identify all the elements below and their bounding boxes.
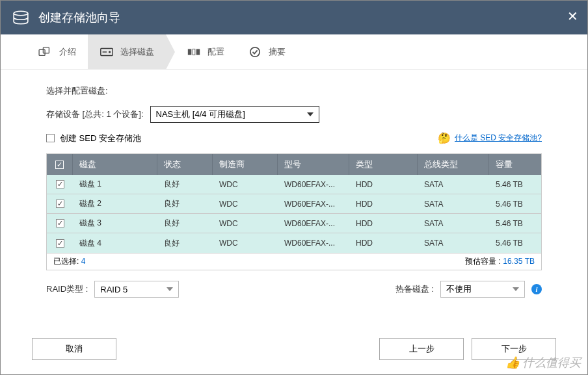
step-label: 选择磁盘 (120, 46, 154, 58)
header-manufacturer[interactable]: 制造商 (213, 154, 278, 175)
svg-rect-1 (39, 49, 45, 55)
storage-device-label: 存储设备 [总共: 1 个设备]: (46, 109, 144, 120)
dialog-footer: 取消 上一步 下一步 (1, 338, 587, 360)
cell-bus: SATA (418, 233, 489, 253)
section-label: 选择并配置磁盘: (46, 85, 542, 97)
header-status[interactable]: 状态 (157, 154, 213, 175)
sed-link-text[interactable]: 什么是 SED 安全存储池? (455, 133, 542, 144)
cell-disk: 磁盘 2 (73, 194, 157, 213)
cell-capacity: 5.46 TB (489, 175, 541, 194)
hot-spare-group: 热备磁盘 : 不使用 i (395, 281, 542, 298)
svg-point-9 (250, 47, 260, 56)
cell-bus: SATA (418, 194, 489, 213)
prev-button[interactable]: 上一步 (379, 338, 464, 360)
table-row[interactable]: 磁盘 4良好WDCWD60EFAX-...HDDSATA5.46 TB (47, 233, 541, 253)
sed-checkbox[interactable] (46, 134, 55, 142)
header-type[interactable]: 类型 (349, 154, 418, 175)
table-header: 磁盘 状态 制造商 型号 类型 总线类型 容量 (47, 154, 541, 175)
next-button[interactable]: 下一步 (472, 338, 556, 360)
disk-table: 磁盘 状态 制造商 型号 类型 总线类型 容量 磁盘 1良好WDCWD60EFA… (46, 153, 542, 253)
cell-bus: SATA (418, 214, 489, 233)
row-checkbox-cell[interactable] (47, 214, 73, 233)
sed-checkbox-row[interactable]: 创建 SED 安全存储池 (46, 133, 141, 144)
table-row[interactable]: 磁盘 1良好WDCWD60EFAX-...HDDSATA5.46 TB (47, 175, 541, 194)
sed-help-link[interactable]: 🤔 什么是 SED 安全存储池? (438, 132, 542, 144)
step-summary[interactable]: 摘要 (236, 34, 297, 70)
raid-type-group: RAID类型 : RAID 5 (46, 281, 179, 298)
info-icon[interactable]: i (531, 284, 542, 294)
raid-type-select[interactable]: RAID 5 (94, 281, 179, 298)
cell-model: WD60EFAX-... (278, 175, 349, 194)
cell-type: HDD (349, 233, 418, 253)
chevron-down-icon (167, 287, 173, 291)
cancel-button[interactable]: 取消 (32, 338, 116, 360)
row-checkbox-cell[interactable] (47, 194, 73, 213)
header-model[interactable]: 型号 (278, 154, 349, 175)
check-circle-icon (248, 46, 262, 58)
cell-status: 良好 (157, 233, 213, 253)
header-checkbox[interactable] (55, 161, 64, 169)
row-checkbox-cell[interactable] (47, 233, 73, 253)
wizard-stepper: 介绍 选择磁盘 配置 摘要 (1, 34, 587, 70)
content-area: 选择并配置磁盘: 存储设备 [总共: 1 个设备]: NAS主机 [4/4 可用… (1, 70, 587, 298)
svg-rect-2 (43, 47, 49, 53)
step-label: 摘要 (269, 46, 286, 58)
row-checkbox[interactable] (56, 219, 64, 227)
cell-status: 良好 (157, 175, 213, 194)
step-label: 介绍 (59, 46, 76, 58)
cell-manufacturer: WDC (213, 194, 278, 213)
hot-spare-select[interactable]: 不使用 (440, 281, 525, 298)
select-value: 不使用 (446, 283, 472, 295)
selected-count: 已选择: 4 (53, 256, 85, 267)
step-select-disk[interactable]: 选择磁盘 (88, 34, 166, 70)
header-capacity[interactable]: 容量 (489, 154, 541, 175)
table-body: 磁盘 1良好WDCWD60EFAX-...HDDSATA5.46 TB磁盘 2良… (47, 175, 541, 253)
step-intro[interactable]: 介绍 (27, 34, 88, 70)
raid-type-label: RAID类型 : (46, 283, 88, 295)
header-checkbox-cell[interactable] (47, 154, 73, 175)
cell-type: HDD (349, 175, 418, 194)
nav-button-group: 上一步 下一步 (379, 338, 556, 360)
close-button[interactable]: ✕ (567, 8, 578, 24)
dialog-title: 创建存储池向导 (38, 10, 120, 25)
estimated-capacity: 预估容量 : 16.35 TB (465, 256, 535, 267)
chevron-down-icon (307, 112, 314, 116)
help-face-icon: 🤔 (438, 132, 451, 144)
database-icon (12, 10, 29, 25)
svg-point-4 (109, 51, 111, 53)
cell-status: 良好 (157, 214, 213, 233)
cell-model: WD60EFAX-... (278, 214, 349, 233)
cell-capacity: 5.46 TB (489, 194, 541, 213)
step-arrow (166, 34, 175, 70)
raid-config-row: RAID类型 : RAID 5 热备磁盘 : 不使用 i (46, 281, 542, 298)
cell-model: WD60EFAX-... (278, 233, 349, 253)
cell-model: WD60EFAX-... (278, 194, 349, 213)
config-icon (187, 46, 201, 58)
svg-rect-6 (188, 49, 192, 55)
step-config[interactable]: 配置 (175, 34, 236, 70)
svg-rect-7 (193, 49, 195, 55)
table-row[interactable]: 磁盘 2良好WDCWD60EFAX-...HDDSATA5.46 TB (47, 194, 541, 214)
hot-spare-label: 热备磁盘 : (395, 283, 434, 295)
select-value: RAID 5 (100, 285, 127, 294)
titlebar: 创建存储池向导 ✕ (1, 1, 587, 34)
header-disk[interactable]: 磁盘 (73, 154, 157, 175)
cell-status: 良好 (157, 194, 213, 213)
svg-rect-8 (196, 49, 200, 55)
storage-device-select[interactable]: NAS主机 [4/4 可用磁盘] (150, 106, 319, 123)
step-label: 配置 (207, 46, 224, 58)
sed-checkbox-label: 创建 SED 安全存储池 (60, 133, 141, 144)
row-checkbox-cell[interactable] (47, 175, 73, 194)
row-checkbox[interactable] (56, 180, 64, 188)
row-checkbox[interactable] (56, 239, 64, 248)
row-checkbox[interactable] (56, 200, 64, 208)
cell-bus: SATA (418, 175, 489, 194)
storage-device-row: 存储设备 [总共: 1 个设备]: NAS主机 [4/4 可用磁盘] (46, 106, 542, 123)
cell-capacity: 5.46 TB (489, 233, 541, 253)
table-row[interactable]: 磁盘 3良好WDCWD60EFAX-...HDDSATA5.46 TB (47, 214, 541, 233)
header-bus-type[interactable]: 总线类型 (418, 154, 489, 175)
cell-type: HDD (349, 194, 418, 213)
sed-row: 创建 SED 安全存储池 🤔 什么是 SED 安全存储池? (46, 132, 542, 144)
hdd-icon (100, 46, 114, 58)
cell-disk: 磁盘 1 (73, 175, 157, 194)
